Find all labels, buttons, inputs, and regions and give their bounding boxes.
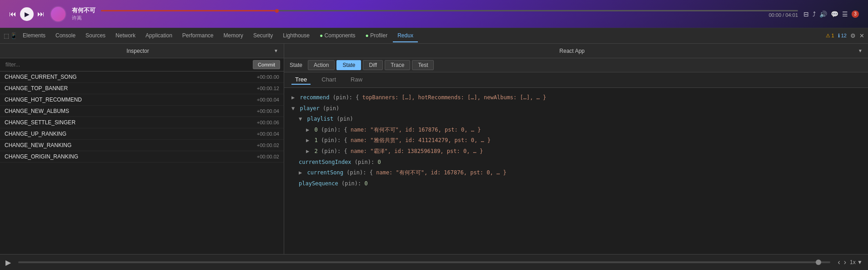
filter-input[interactable]: [4, 61, 250, 69]
bottom-progress-bar[interactable]: [18, 261, 830, 263]
action-item-2[interactable]: CHANGE_HOT_RECOMMEND +00:00.04: [0, 94, 284, 106]
action-time-7: +00:00.02: [257, 154, 279, 159]
action-item-0[interactable]: CHANGE_CURRENT_SONG +00:00.00: [0, 71, 284, 83]
item2-expand-arrow[interactable]: ▶: [306, 148, 309, 154]
tab-profiler[interactable]: ● Profiler: [361, 30, 392, 42]
action-item-3[interactable]: CHANGE_NEW_ALBUMS +00:00.04: [0, 106, 284, 117]
media-bar: ⏮ ▶ ⏭ 有何不可 许嵩 00:00 / 04:01 ⊟ ⤴ 🔊 💬 ☰ 3: [0, 0, 868, 28]
profiler-dot: ●: [366, 32, 371, 39]
right-header-arrow[interactable]: ▼: [858, 48, 863, 53]
lyrics-icon[interactable]: 💬: [831, 10, 838, 18]
view-tabs: Tree Chart Raw: [284, 72, 868, 88]
action-item-4[interactable]: CHANGE_SETTLE_SINGER +00:00.06: [0, 117, 284, 128]
action-name-5: CHANGE_UP_RANKING: [5, 131, 66, 137]
progress-area[interactable]: 00:00 / 04:01: [101, 10, 798, 18]
tab-trace-button[interactable]: Trace: [385, 60, 410, 70]
right-panel-header: React App ▼: [284, 44, 868, 58]
tab-redux[interactable]: Redux: [393, 30, 418, 42]
next-nav-button[interactable]: ›: [844, 258, 846, 266]
action-time-4: +00:00.06: [257, 120, 279, 125]
song-title: 有何不可: [72, 6, 95, 15]
components-dot: ●: [320, 32, 325, 39]
recommend-expand-arrow[interactable]: ▶: [291, 94, 295, 101]
inspector-header: Inspector ▼: [0, 44, 284, 58]
action-item-5[interactable]: CHANGE_UP_RANKING +00:00.04: [0, 128, 284, 140]
next-button[interactable]: ⏭: [37, 10, 45, 18]
tab-network[interactable]: Network: [111, 30, 140, 42]
tab-diff-button[interactable]: Diff: [363, 60, 383, 70]
media-right-controls: ⊟ ⤴ 🔊 💬 ☰ 3: [803, 10, 859, 18]
badge-count: 3: [852, 10, 859, 18]
inspector-title: Inspector: [5, 48, 270, 54]
playlist-expand-arrow[interactable]: ▼: [299, 116, 302, 122]
right-panel: React App ▼ State Action State Diff Trac…: [284, 44, 868, 254]
item1-expand-arrow[interactable]: ▶: [306, 137, 309, 143]
commit-button[interactable]: Commit: [253, 60, 280, 69]
progress-bar[interactable]: [101, 10, 798, 11]
tab-security[interactable]: Security: [249, 30, 277, 42]
action-time-6: +00:00.02: [257, 143, 279, 148]
current-song-expand-arrow[interactable]: ▶: [299, 169, 302, 176]
playlist-icon[interactable]: ☰: [842, 10, 848, 18]
tab-application[interactable]: Application: [141, 30, 177, 42]
bottom-bar: ▶ ‹ › 1x ▼: [0, 254, 868, 270]
action-item-7[interactable]: CHANGE_ORIGIN_RANKING +00:00.02: [0, 151, 284, 163]
settings-icon[interactable]: ⚙: [850, 32, 856, 39]
action-name-3: CHANGE_NEW_ALBUMS: [5, 108, 69, 114]
left-panel: Inspector ▼ Commit CHANGE_CURRENT_SONG +…: [0, 44, 284, 254]
recommend-key: recommend: [300, 94, 329, 101]
current-song-index-line: currentSongIndex (pin): 0: [291, 157, 861, 168]
playlist-line: ▼ playlist (pin): [291, 114, 861, 125]
action-time-2: +00:00.04: [257, 97, 279, 102]
state-label: State: [290, 62, 302, 68]
close-icon[interactable]: ✕: [859, 32, 864, 39]
tab-components[interactable]: ● Components: [315, 30, 360, 42]
prev-nav-button[interactable]: ‹: [838, 258, 840, 266]
speed-selector[interactable]: 1x ▼: [850, 259, 863, 265]
inspect-icon[interactable]: ⬚: [4, 32, 9, 39]
action-list: CHANGE_CURRENT_SONG +00:00.00 CHANGE_TOP…: [0, 71, 284, 254]
time-current: 00:00: [769, 12, 782, 18]
time-display: 00:00 / 04:01: [101, 12, 798, 18]
tab-console[interactable]: Console: [51, 30, 80, 42]
current-song-index-key: currentSongIndex: [299, 159, 351, 165]
share-icon[interactable]: ⤴: [813, 10, 816, 18]
time-total: 04:01: [785, 12, 798, 18]
tab-sources[interactable]: Sources: [81, 30, 110, 42]
volume-icon[interactable]: 🔊: [819, 10, 827, 18]
state-tree-content: ▶ recommend (pin): { topBanners: […], ho…: [284, 88, 868, 254]
player-expand-arrow[interactable]: ▼: [291, 105, 295, 112]
tab-lighthouse[interactable]: Lighthouse: [278, 30, 314, 42]
bottom-play-button[interactable]: ▶: [5, 258, 11, 267]
play-sequence-key: playSequence: [299, 180, 338, 187]
action-item-6[interactable]: CHANGE_NEW_RANKING +00:00.02: [0, 140, 284, 151]
tab-memory[interactable]: Memory: [219, 30, 248, 42]
prev-button[interactable]: ⏮: [9, 10, 16, 18]
view-tab-tree[interactable]: Tree: [291, 75, 311, 85]
mobile-icon[interactable]: 📱: [10, 32, 17, 39]
inspector-collapse-arrow[interactable]: ▼: [274, 48, 278, 53]
tab-elements[interactable]: Elements: [18, 30, 50, 42]
react-app-title: React App: [290, 48, 854, 54]
player-key: player: [300, 105, 319, 112]
playlist-item-2: ▶ 2 (pin): { name: "霸泽", id: 1382596189,…: [291, 146, 861, 157]
action-time-5: +00:00.04: [257, 131, 279, 137]
play-button[interactable]: ▶: [20, 7, 34, 21]
item0-expand-arrow[interactable]: ▶: [306, 127, 309, 133]
bottom-progress-thumb[interactable]: [816, 260, 821, 265]
progress-thumb[interactable]: [275, 9, 279, 13]
song-info: 有何不可 许嵩: [72, 6, 95, 21]
tab-state-button[interactable]: State: [336, 60, 361, 70]
action-item-1[interactable]: CHANGE_TOP_BANNER +00:00.12: [0, 83, 284, 94]
screen-icon[interactable]: ⊟: [803, 10, 809, 18]
tab-action-button[interactable]: Action: [308, 60, 335, 70]
tab-performance[interactable]: Performance: [178, 30, 218, 42]
playlist-item-1: ▶ 1 (pin): { name: "雅俗共赏", id: 411214279…: [291, 135, 861, 146]
tab-test-button[interactable]: Test: [412, 60, 434, 70]
speed-arrow: ▼: [857, 259, 863, 265]
view-tab-chart[interactable]: Chart: [318, 75, 340, 85]
view-tab-raw[interactable]: Raw: [347, 75, 366, 85]
playlist-key: playlist: [307, 116, 333, 122]
action-time-3: +00:00.04: [257, 108, 279, 114]
state-tabs-bar: State Action State Diff Trace Test: [284, 58, 868, 72]
